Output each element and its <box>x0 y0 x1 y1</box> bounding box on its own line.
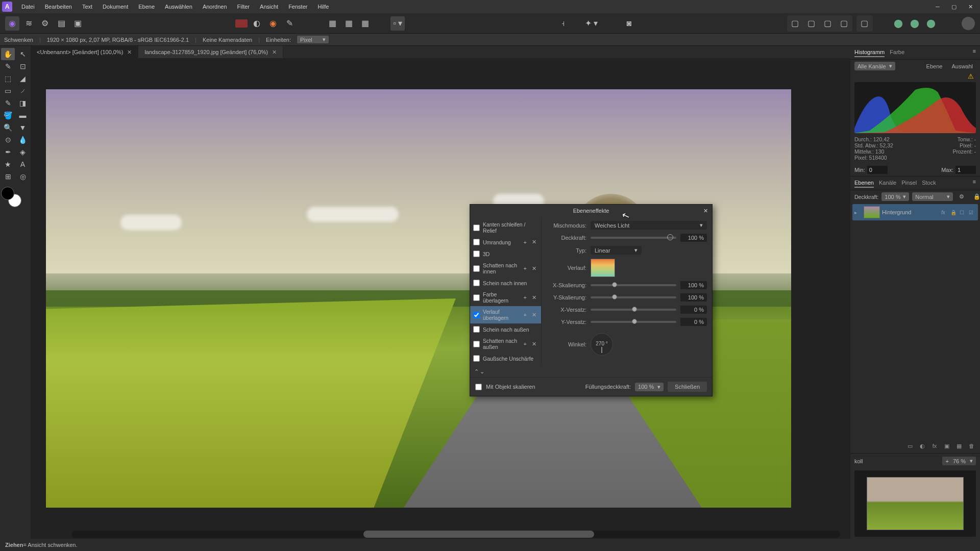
plus-icon[interactable]: + <box>522 294 528 300</box>
snap-dropdown[interactable]: ▫ ▾ <box>390 16 405 31</box>
persona-tone-icon[interactable]: ▤ <box>54 16 68 31</box>
stamp-tool[interactable]: ▼ <box>16 121 30 134</box>
menu-dokument[interactable]: Dokument <box>97 2 133 12</box>
gradient-tool[interactable]: ▬ <box>16 109 30 121</box>
remove-icon[interactable]: ✕ <box>530 239 538 245</box>
link-icon[interactable]: ☐ <box>960 210 967 215</box>
yoff-slider[interactable] <box>591 321 676 323</box>
up-arrow-icon[interactable]: ⌃ <box>474 368 479 375</box>
fx-item[interactable]: Schein nach außen <box>470 323 541 335</box>
text-tool[interactable]: A <box>16 158 30 170</box>
fx-item[interactable]: Umrandung+✕ <box>470 236 541 248</box>
down-arrow-icon[interactable]: ⌄ <box>480 368 484 375</box>
menu-fenster[interactable]: Fenster <box>283 2 312 12</box>
yoff-value[interactable]: 0 % <box>680 318 707 326</box>
quickmask-icon[interactable]: ◙ <box>622 16 636 31</box>
grid2-icon[interactable]: ▦ <box>341 16 356 31</box>
fx-icon[interactable]: fx <box>930 442 939 450</box>
close-button[interactable]: ✕ <box>963 2 978 12</box>
clone-tool[interactable]: ⊙ <box>1 134 15 146</box>
tab-kanaele[interactable]: Kanäle <box>879 179 896 188</box>
fx-checkbox[interactable] <box>473 239 480 245</box>
xscale-value[interactable]: 100 % <box>680 281 707 289</box>
add-icon[interactable]: ▦ <box>954 442 964 450</box>
account-avatar[interactable] <box>962 17 975 30</box>
erase-tool[interactable]: ◨ <box>16 97 30 109</box>
visibility-icon[interactable]: ☑ <box>969 210 976 215</box>
lock-icon[interactable]: 🔒 <box>950 210 958 215</box>
expand-icon[interactable]: ▸ <box>854 210 862 215</box>
fx-item[interactable]: Schatten nach innen+✕ <box>470 260 541 277</box>
tab-pinsel[interactable]: Pinsel <box>901 179 917 188</box>
mesh-tool[interactable]: ⊞ <box>1 170 15 183</box>
freehand-tool[interactable]: ⟋ <box>16 85 30 97</box>
fx-item[interactable]: Gaußsche Unschärfe <box>470 353 541 364</box>
gradient-swatch[interactable] <box>591 259 615 277</box>
align-icon[interactable]: ⫞ <box>556 16 570 31</box>
menu-auswählen[interactable]: Auswählen <box>160 2 198 12</box>
channel-dropdown[interactable]: Alle Kanäle▾ <box>854 62 895 70</box>
panel-menu-icon[interactable]: ≡ <box>973 179 976 188</box>
yscale-slider[interactable] <box>591 296 676 298</box>
fx-item[interactable]: Schatten nach außen+✕ <box>470 335 541 353</box>
persona-liquify-icon[interactable]: ≋ <box>21 16 36 31</box>
fx-checkbox[interactable] <box>473 294 480 301</box>
xoff-value[interactable]: 0 % <box>680 306 707 314</box>
fx-checkbox[interactable] <box>473 224 480 231</box>
tab-color[interactable]: Farbe <box>890 48 904 57</box>
cloud2-icon[interactable]: ⬤ <box>908 16 922 31</box>
menu-bearbeiten[interactable]: Bearbeiten <box>40 2 77 12</box>
grid3-icon[interactable]: ▦ <box>358 16 372 31</box>
adjust-icon[interactable]: ◐ <box>918 442 927 450</box>
zoom-control[interactable]: + 76 % ▾ <box>942 457 976 465</box>
target-tool[interactable]: ◎ <box>16 170 30 183</box>
ebene-button[interactable]: Ebene <box>923 62 946 70</box>
remove-icon[interactable]: ✕ <box>530 312 538 318</box>
arrange-dropdown[interactable]: ✦ ▾ <box>584 16 599 31</box>
close-icon[interactable]: ✕ <box>127 49 132 56</box>
fx-checkbox[interactable] <box>473 355 480 362</box>
close-icon[interactable]: ✕ <box>272 49 277 56</box>
zoom-plus-icon[interactable]: + <box>945 458 948 464</box>
cloud1-icon[interactable]: ⬤ <box>891 16 905 31</box>
delete-icon[interactable]: 🗑 <box>967 442 976 450</box>
min-input[interactable] <box>867 166 888 174</box>
layout1-icon[interactable]: ▢ <box>788 16 802 31</box>
fx-item[interactable]: 3D <box>470 248 541 260</box>
tab-ebenen[interactable]: Ebenen <box>854 179 874 188</box>
auswahl-button[interactable]: Auswahl <box>948 62 976 70</box>
mischmodus-dropdown[interactable]: Weiches Licht▾ <box>591 221 707 230</box>
flood-tool[interactable]: ◢ <box>16 72 30 85</box>
layout2-icon[interactable]: ▢ <box>804 16 819 31</box>
units-dropdown[interactable]: Pixel▾ <box>297 36 329 43</box>
yscale-value[interactable]: 100 % <box>680 293 707 302</box>
autowb-icon[interactable]: ✎ <box>282 16 297 31</box>
autocolors-icon[interactable]: ◉ <box>266 16 280 31</box>
node-tool[interactable]: ◈ <box>16 146 30 158</box>
menu-datei[interactable]: Datei <box>16 2 40 12</box>
mask-icon[interactable]: ▭ <box>905 442 915 450</box>
fx-checkbox[interactable] <box>473 280 480 286</box>
remove-icon[interactable]: ✕ <box>530 341 538 347</box>
fx-item[interactable]: Schein nach innen <box>470 277 541 289</box>
collapsed-tab[interactable]: koll <box>854 458 863 464</box>
fx-item[interactable]: Kanten schleifen / Relief <box>470 219 541 236</box>
minimize-button[interactable]: ─ <box>930 2 945 12</box>
menu-ebene[interactable]: Ebene <box>133 2 160 12</box>
scrollbar-horizontal[interactable] <box>71 531 840 538</box>
panel-menu-icon[interactable]: ≡ <box>973 48 976 57</box>
color-swatch[interactable] <box>1 187 21 207</box>
document-tab-1[interactable]: <Unbenannt> [Geändert] (100,0%) ✕ <box>31 46 138 58</box>
xoff-slider[interactable] <box>591 309 676 311</box>
persona-export-icon[interactable]: ▣ <box>70 16 85 31</box>
menu-hilfe[interactable]: Hilfe <box>312 2 334 12</box>
crop-tool[interactable]: ⊡ <box>16 60 30 72</box>
marquee-tool[interactable]: ▭ <box>1 85 15 97</box>
hand-tool[interactable]: ✋ <box>1 48 15 60</box>
color-picker-tool[interactable]: ✎ <box>1 60 15 72</box>
remove-icon[interactable]: ✕ <box>530 294 538 301</box>
plus-icon[interactable]: + <box>522 312 528 318</box>
swatch-red[interactable] <box>235 19 248 28</box>
move-tool[interactable]: ↖ <box>16 48 30 60</box>
xscale-slider[interactable] <box>591 284 676 286</box>
